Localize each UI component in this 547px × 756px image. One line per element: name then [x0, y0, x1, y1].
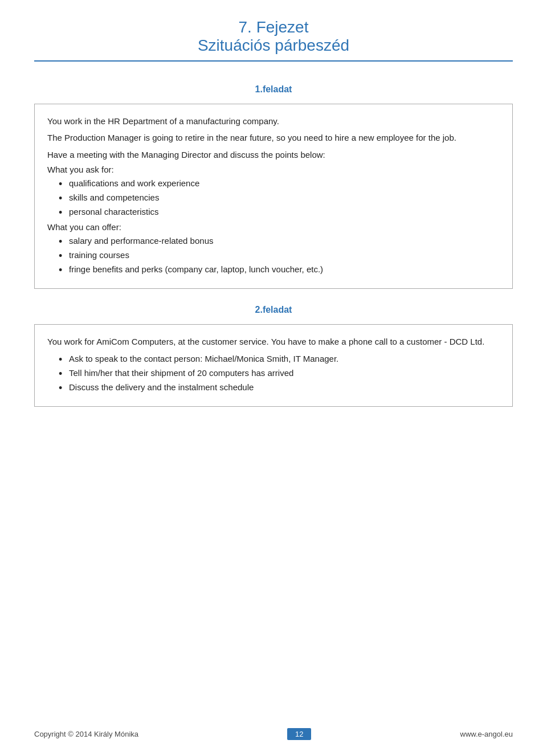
task1-offer-list: salary and performance-related bonus tra… — [47, 234, 500, 276]
task2-section-title: 2.feladat — [34, 305, 513, 315]
task1-section-title: 1.feladat — [34, 84, 513, 95]
page-footer: Copyright © 2014 Király Mónika 12 www.e-… — [0, 728, 547, 740]
list-item: skills and competencies — [59, 191, 500, 204]
task1-ask-label: What you ask for: — [47, 165, 500, 174]
list-item: Ask to speak to the contact person: Mich… — [59, 352, 500, 365]
footer-copyright: Copyright © 2014 Király Mónika — [34, 730, 138, 738]
list-item: Tell him/her that their shipment of 20 c… — [59, 366, 500, 379]
task1-para2: The Production Manager is going to retir… — [47, 131, 500, 144]
task2-box: You work for AmiCom Computers, at the cu… — [34, 324, 513, 407]
task2-para1-2: You work for AmiCom Computers, at the cu… — [47, 335, 500, 348]
task1-para1: You work in the HR Department of a manuf… — [47, 115, 500, 128]
list-item: qualifications and work experience — [59, 177, 500, 190]
list-item: fringe benefits and perks (company car, … — [59, 263, 500, 276]
task1-para3: Have a meeting with the Managing Directo… — [47, 148, 500, 161]
list-item: salary and performance-related bonus — [59, 234, 500, 247]
list-item: Discuss the delivery and the instalment … — [59, 381, 500, 394]
task1-ask-list: qualifications and work experience skill… — [47, 177, 500, 219]
task1-box: You work in the HR Department of a manuf… — [34, 104, 513, 289]
footer-page-number: 12 — [287, 728, 311, 740]
footer-website: www.e-angol.eu — [460, 730, 513, 738]
task2-bullets-list: Ask to speak to the contact person: Mich… — [47, 352, 500, 394]
title-line2: Szituációs párbeszéd — [34, 36, 513, 55]
title-line1: 7. Fejezet — [34, 18, 513, 36]
page-header: 7. Fejezet Szituációs párbeszéd — [34, 0, 513, 68]
header-divider — [34, 60, 513, 62]
list-item: personal characteristics — [59, 205, 500, 218]
page-container: 7. Fejezet Szituációs párbeszéd 1.felada… — [0, 0, 547, 756]
list-item: training courses — [59, 248, 500, 261]
task1-offer-label: What you can offer: — [47, 222, 500, 232]
